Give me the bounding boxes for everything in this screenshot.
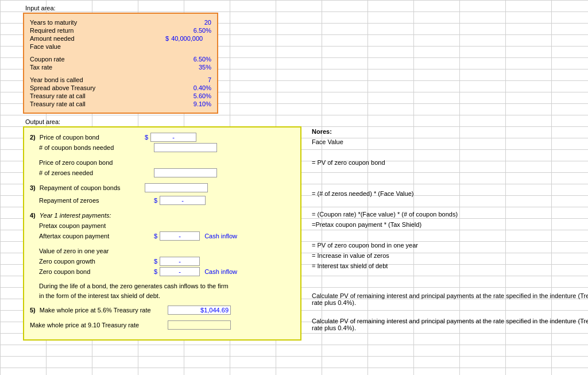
s5-field1[interactable]: [168, 306, 231, 315]
s3-dollar: $: [154, 197, 157, 204]
input-row-face: Face value: [30, 42, 211, 51]
s4-field2-wrapper: $ Cash inflow: [154, 231, 237, 241]
section2-row3: Price of zero coupon bond: [30, 157, 295, 168]
amount-dollar: $: [165, 35, 169, 42]
note-spacer5: [312, 230, 588, 240]
return-label: Required return: [30, 27, 74, 34]
section4-title-row: 4) Year 1 interest payments:: [30, 210, 295, 221]
input-row-coupon: Coupon rate 6.50%: [30, 55, 211, 63]
note-s4-3: = PV of zero coupon bond in one year: [312, 240, 588, 250]
note-s4-5: = Interest tax shield of debt: [312, 261, 588, 271]
input-row-years: Years to maturity 20: [30, 18, 211, 26]
s4-cash-inflow-2: Cash inflow: [204, 268, 237, 275]
s4-note-text: During the life of a bond, the zero gene…: [30, 281, 295, 300]
note-s4-increase: = Increase in value of zeros: [312, 252, 389, 259]
input-row-amount: Amount needed $ 40,000,000: [30, 34, 211, 42]
spread-label: Spread above Treasury: [30, 84, 95, 91]
s4-field4-wrapper: $: [154, 257, 200, 266]
input-area-label: Input area:: [25, 3, 56, 13]
note-s3-1: = (# of zeros needed) * (Face Value): [312, 188, 588, 199]
section3-row1: 3) Repayment of coupon bonds: [30, 183, 295, 193]
note-s5-2: Calculate PV of remaining interest and p…: [312, 317, 588, 332]
treasury1-value: 5.60%: [165, 92, 211, 99]
section4-row4: Zero coupon growth $: [30, 256, 295, 266]
s3-num: 3): [30, 184, 36, 191]
s3-row2-label: Repayment of zeroes: [39, 197, 154, 204]
spreadsheet: Input area: Years to maturity 20 Require…: [0, 0, 588, 375]
s4-cash-inflow-1: Cash inflow: [204, 233, 237, 239]
s5-field2[interactable]: [168, 320, 231, 330]
input-row-treasury1: Treasury rate at call 5.60%: [30, 92, 211, 100]
note-s4-aftertax: =Pretax coupon payment * (Tax Shield): [312, 221, 421, 228]
s2-row4-label: # of zeroes needed: [39, 169, 154, 176]
section4-row2: Aftertax coupon payment $ Cash inflow: [30, 231, 295, 241]
spread-value: 0.40%: [165, 84, 211, 91]
coupon-label: Coupon rate: [30, 56, 65, 63]
s4-dollar2: $: [154, 233, 157, 239]
output-layout: 2) Price of coupon bond $ # of coupon bo…: [23, 126, 565, 341]
s4-row1-label: Pretax coupon payment: [39, 222, 154, 229]
s3-repay-zeroes-field[interactable]: [160, 196, 206, 205]
s4-aftertax-field[interactable]: [160, 231, 200, 241]
section3-row2: Repayment of zeroes $: [30, 195, 295, 206]
input-row-tax: Tax rate 35%: [30, 63, 211, 71]
s4-row4-label: Zero coupon growth: [39, 258, 154, 265]
note-spacer6: [312, 271, 588, 292]
face-label: Face value: [30, 43, 61, 50]
section4-row5: Zero coupon bond $ Cash inflow: [30, 266, 295, 277]
s4-title-text: Year 1 interest payments:: [40, 212, 111, 219]
note-spacer1: [312, 147, 588, 157]
s5-row1-text: Make whole price at 5.6% Treasury rate: [40, 307, 151, 314]
note-s4-pretax: = (Coupon rate) *(Face value) * (# of co…: [312, 211, 458, 218]
note-spacer3: [312, 178, 588, 188]
output-box: 2) Price of coupon bond $ # of coupon bo…: [23, 126, 301, 341]
s4-zero-bond-field[interactable]: [160, 267, 200, 276]
note-s5-text1: Calculate PV of remaining interest and p…: [312, 292, 588, 306]
notes-header: Nores:: [312, 128, 332, 135]
tax-label: Tax rate: [30, 64, 52, 71]
section5-row2: Make whole price at 9.10 Treasury rate: [30, 320, 295, 330]
s2-row2-label: # of coupon bonds needed: [39, 144, 154, 151]
note-s4-pv-zero: = PV of zero coupon bond in one year: [312, 242, 418, 249]
note-s4-2: =Pretax coupon payment * (Tax Shield): [312, 219, 588, 230]
s4-dollar4: $: [154, 258, 157, 265]
notes-column: Nores: Face Value = PV of zero coupon bo…: [307, 126, 588, 332]
s5-row2-label: Make whole price at 9.10 Treasury rate: [30, 322, 168, 328]
s4-title: 4) Year 1 interest payments:: [30, 212, 145, 219]
s2-dollar1: $: [145, 134, 148, 141]
note-spacer4: [312, 199, 588, 209]
amount-label: Amount needed: [30, 35, 75, 42]
note-s4-4: = Increase in value of zeros: [312, 250, 588, 261]
s4-num: 4): [30, 212, 36, 219]
s4-dollar5: $: [154, 268, 157, 275]
section-5: 5) Make whole price at 5.6% Treasury rat…: [30, 305, 295, 330]
s3-repay-coupon-field[interactable]: [145, 183, 208, 192]
s2-field1-wrapper: $: [145, 133, 196, 142]
note-s2-face: Face Value: [312, 138, 343, 145]
section2-row4: # of zeroes needed: [30, 168, 295, 178]
section4-row3: Value of zero in one year: [30, 246, 295, 256]
input-row-year-called: Year bond is called 7: [30, 76, 211, 84]
year-called-label: Year bond is called: [30, 76, 83, 83]
treasury2-label: Treasury rate at call: [30, 100, 86, 107]
s2-num-coupon-field[interactable]: [154, 143, 217, 152]
input-box: Years to maturity 20 Required return 6.5…: [23, 13, 218, 114]
s2-label: 2) Price of coupon bond: [30, 134, 145, 141]
s2-num-zeroes-field[interactable]: [154, 168, 217, 177]
s2-row3-label: Price of zero coupon bond: [39, 159, 154, 166]
s3-row1-label: Repayment of coupon bonds: [40, 184, 121, 191]
s4-zero-growth-field[interactable]: [160, 257, 200, 266]
year-called-value: 7: [165, 76, 211, 83]
s2-num: 2): [30, 134, 36, 141]
input-row-treasury2: Treasury rate at call 9.10%: [30, 100, 211, 108]
note-s4-1: = (Coupon rate) *(Face value) * (# of co…: [312, 209, 588, 219]
years-value: 20: [165, 19, 211, 26]
s2-price-coupon-field[interactable]: [150, 133, 196, 142]
note-s2-1: Face Value: [312, 137, 588, 147]
years-label: Years to maturity: [30, 19, 77, 26]
section2-row2: # of coupon bonds needed: [30, 142, 295, 153]
section-4: 4) Year 1 interest payments: Pretax coup…: [30, 210, 295, 300]
note-s2-2: = PV of zero coupon bond: [312, 157, 588, 168]
note-s2-pv: = PV of zero coupon bond: [312, 159, 385, 166]
tax-value: 35%: [165, 64, 211, 71]
